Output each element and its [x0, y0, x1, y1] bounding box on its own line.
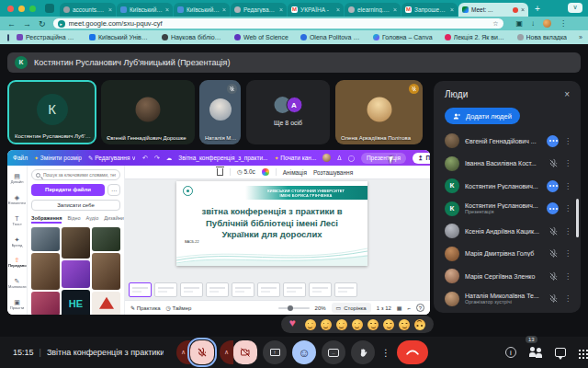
uploaded-image[interactable]	[31, 253, 60, 290]
profile-avatar[interactable]	[543, 19, 551, 28]
participant-menu-icon[interactable]: ⋮	[564, 227, 571, 236]
reaction-clap[interactable]	[336, 319, 347, 330]
raise-hand-button[interactable]	[351, 340, 375, 364]
participant-menu-icon[interactable]: ⋮	[564, 294, 571, 303]
close-window-button[interactable]	[7, 6, 14, 12]
search-input[interactable]	[43, 172, 116, 178]
reaction-party[interactable]	[321, 319, 332, 330]
camera-off-button[interactable]	[233, 340, 257, 364]
participant-tile-active[interactable]: К Костянтин Русланович Луб'ян...	[7, 80, 96, 144]
tab-close-icon[interactable]: ×	[450, 6, 454, 13]
browser-tab[interactable]: M УКРАЇНА - ×	[288, 3, 344, 17]
rail-item-draw[interactable]: ✎Малювати	[7, 273, 28, 293]
slide[interactable]: КИЇВСЬКИЙ СТОЛИЧНИЙ УНІВЕРСИТЕТ ІМЕНІ БО…	[176, 181, 368, 266]
rail-item-text[interactable]: TТекст	[7, 211, 28, 231]
slide-thumbnail[interactable]	[283, 282, 306, 297]
bookmark[interactable]: Наукова бібліоте...	[162, 34, 222, 40]
tab-designs[interactable]: Дизайни	[104, 215, 124, 224]
bookmark[interactable]: Київський Універ...	[89, 34, 150, 40]
rail-item-elements[interactable]: ◈Елементи	[7, 190, 28, 210]
participant-tile[interactable]: Євгеній Геннадійович Дорошке	[101, 80, 195, 144]
browser-tab[interactable]: elearning.k... ×	[345, 3, 401, 17]
reload-icon[interactable]: ↻	[39, 19, 46, 29]
redo-icon[interactable]: ↷	[154, 155, 160, 162]
browser-tab[interactable]: accounts.g... ×	[60, 3, 116, 17]
reaction-heart[interactable]	[289, 319, 300, 330]
bookmark[interactable]: Olena Politova - W...	[300, 34, 361, 40]
participant-menu-icon[interactable]: ⋮	[564, 272, 571, 281]
reaction-wow[interactable]	[368, 319, 379, 330]
rail-item-brand[interactable]: ✦Бренд	[7, 232, 28, 252]
participant-menu-icon[interactable]: ⋮	[564, 249, 571, 258]
slide-duration[interactable]: ◷ 5.0с	[237, 168, 255, 176]
slide-thumbnail[interactable]	[257, 282, 280, 297]
mic-control[interactable]: ∧	[176, 340, 214, 364]
reaction-thumbs-up[interactable]	[305, 319, 316, 330]
browser-tab[interactable]: Київський с... ×	[174, 3, 230, 17]
participant-tile[interactable]: Олена Аркадіївна Політова	[335, 80, 423, 144]
notes-button[interactable]: ✎ Практика	[130, 305, 161, 311]
bookmark[interactable]: Реєстраційна фо...	[17, 34, 77, 40]
participant-row-presentation[interactable]: К Костянтин Русланович... Презентація ⋮	[434, 198, 581, 221]
tab-close-icon[interactable]: ×	[165, 6, 169, 13]
editing-mode-menu[interactable]: ✎ Редагування ∨	[88, 155, 136, 162]
present-button[interactable]: Презентація	[361, 153, 406, 164]
apps-icon[interactable]	[7, 34, 9, 41]
new-tab-button[interactable]: +	[535, 4, 540, 14]
add-people-button[interactable]: Додати людей	[445, 108, 520, 124]
tab-close-icon[interactable]: ×	[393, 6, 397, 13]
uploaded-image-logo[interactable]: НЕ	[62, 290, 90, 315]
browser-tab-active[interactable]: Meet: ... ×	[458, 3, 528, 17]
start-canvas-button[interactable]: ✦ Почати кан...	[274, 155, 316, 161]
browser-tab[interactable]: Київський с... ×	[117, 3, 173, 17]
participant-menu-icon[interactable]: ⋮	[564, 159, 571, 167]
forward-icon[interactable]: →	[23, 19, 31, 29]
end-call-button[interactable]	[397, 340, 428, 364]
extension-icon[interactable]	[45, 4, 54, 13]
more-participants-tile[interactable]: А Ще 8 осіб	[246, 80, 330, 144]
tab-audio[interactable]: Аудіо	[86, 215, 99, 224]
participant-menu-icon[interactable]: ⋮	[564, 137, 571, 145]
uploads-search[interactable]	[31, 169, 120, 180]
notifications-icon[interactable]: Δ	[337, 155, 341, 161]
share-button[interactable]: ↥Поділитися	[413, 153, 430, 164]
tab-close-icon[interactable]: ×	[336, 6, 340, 13]
rail-item-uploads[interactable]: ⇧Передано	[7, 252, 28, 272]
participant-row[interactable]: Марія Сергіївна Зленко ⋮	[434, 265, 581, 288]
delete-icon[interactable]	[217, 168, 223, 176]
meeting-details-icon[interactable]: i	[505, 347, 516, 358]
window-controls[interactable]	[7, 6, 36, 12]
reaction-thinking[interactable]	[399, 319, 410, 330]
grid-view-icon[interactable]: ▦	[397, 305, 402, 311]
browser-tab[interactable]: Редагуван... ×	[231, 3, 287, 17]
fullscreen-icon[interactable]: ⌐	[407, 305, 411, 311]
participant-row[interactable]: Марія Дмитрівна Голуб ⋮	[434, 243, 581, 266]
participant-row[interactable]: К Костянтин Русланович... ⋮	[434, 175, 581, 198]
participant-row[interactable]: Євгеній Геннадійович ... ⋮	[434, 130, 581, 153]
tab-videos[interactable]: Відео	[67, 215, 80, 224]
slide-thumbnail[interactable]	[309, 282, 332, 297]
tab-images[interactable]: Зображення	[31, 215, 62, 224]
uploaded-image[interactable]	[92, 227, 120, 251]
scrollbar[interactable]	[576, 199, 579, 237]
close-panel-icon[interactable]: ×	[564, 89, 570, 99]
help-icon[interactable]: ?	[416, 304, 424, 312]
uploaded-image[interactable]	[92, 253, 120, 290]
reaction-joy[interactable]	[352, 319, 363, 330]
chat-toggle-icon[interactable]	[555, 348, 566, 357]
comments-icon[interactable]: ◯	[348, 155, 355, 162]
participant-row[interactable]: Іванна Василівна Кост... ⋮	[434, 153, 581, 176]
tab-close-icon[interactable]: ×	[108, 6, 112, 13]
slide-thumbnail-selected[interactable]	[129, 282, 152, 297]
zoom-slider[interactable]	[278, 307, 310, 309]
url-field[interactable]: ▸ meet.google.com/sxu-pquv-cyf ☆	[53, 18, 503, 29]
rail-item-design[interactable]: ▤Дизайн	[7, 168, 28, 189]
back-icon[interactable]: ←	[7, 19, 16, 29]
bookmarks-overflow-icon[interactable]: »	[579, 34, 582, 40]
participant-menu-icon[interactable]: ⋮	[564, 204, 571, 213]
zoom-level[interactable]: 20%	[315, 305, 326, 311]
reactions-toggle-button[interactable]: ☺	[292, 340, 316, 364]
participant-menu-icon[interactable]: ⋮	[564, 182, 571, 190]
uploaded-image[interactable]	[31, 292, 60, 315]
upload-files-button[interactable]: Передати файли	[31, 184, 105, 196]
